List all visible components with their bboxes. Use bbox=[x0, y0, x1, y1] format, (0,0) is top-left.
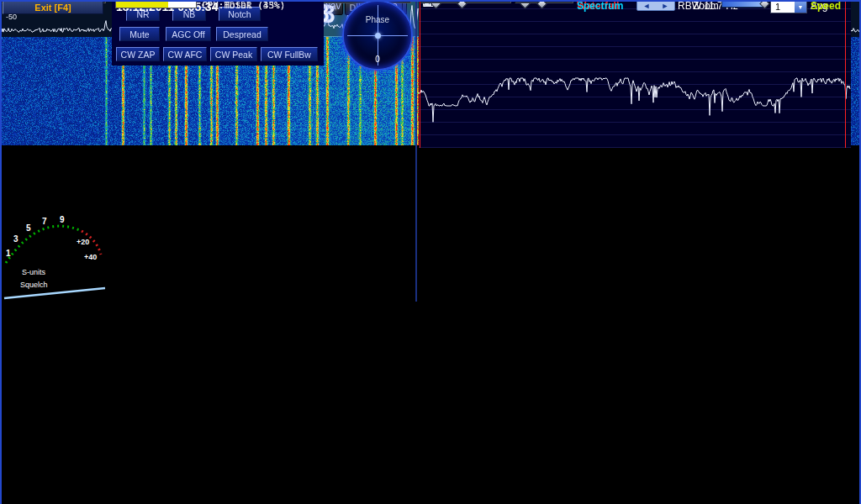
right-arrow-icon[interactable]: ► bbox=[662, 2, 669, 10]
meter-scale-label: +20 bbox=[77, 238, 89, 246]
phase-center-dot bbox=[375, 33, 381, 39]
speed-label-bottom: Speed bbox=[811, 0, 841, 12]
meter-needle bbox=[4, 288, 105, 298]
phase-value: 0 bbox=[344, 55, 411, 64]
exit-button[interactable]: Exit [F4] bbox=[3, 0, 103, 14]
panel-divider bbox=[415, 0, 417, 302]
despread-button[interactable]: Despread bbox=[216, 27, 268, 41]
window-border-left bbox=[0, 0, 2, 504]
meter-scale-label: 5 bbox=[26, 223, 31, 233]
audio-spectrum-display[interactable] bbox=[419, 0, 851, 148]
agc-button[interactable]: AGC Off bbox=[166, 27, 211, 41]
meter-scale-label: +40 bbox=[84, 253, 97, 261]
cw-zap-button[interactable]: CW ZAP bbox=[116, 47, 160, 61]
s-units-label: S-units bbox=[22, 268, 46, 276]
cw-fullbw-button[interactable]: CW FullBw bbox=[261, 47, 318, 61]
meter-scale-label: 1 bbox=[6, 249, 11, 258]
left-arrow-icon[interactable]: ◄ bbox=[643, 2, 651, 10]
avg-select-value: 1 bbox=[771, 1, 795, 13]
s-meter-green-arc bbox=[6, 226, 82, 263]
squelch-label: Squelch bbox=[20, 281, 48, 289]
zoom-label-bottom: Zoom bbox=[693, 0, 719, 12]
meter-scale-label: 9 bbox=[60, 215, 65, 224]
cw-peak-button[interactable]: CW Peak bbox=[210, 47, 257, 61]
meter-scale-label: 3 bbox=[13, 234, 18, 244]
hdsdr-window: 137000 137005 137010 137015 137020 13702… bbox=[0, 0, 861, 504]
cw-afc-button[interactable]: CW AFC bbox=[163, 47, 207, 61]
meter-scale-label: 7 bbox=[42, 217, 47, 226]
avg-select-bottom[interactable]: 1 ▼ bbox=[770, 0, 807, 13]
spectrum-tab-bottom[interactable]: Spectrum bbox=[577, 0, 623, 12]
dropdown-arrow-icon[interactable]: ▼ bbox=[795, 1, 806, 13]
cpu-total-bar-fill bbox=[116, 1, 168, 8]
window-border-bottom bbox=[0, 0, 861, 2]
s-meter: 1 3 5 7 9 +20 +40 S-units Squelch bbox=[1, 202, 108, 308]
phase-indicator: Phase 0 bbox=[342, 0, 413, 71]
mute-button[interactable]: Mute bbox=[119, 27, 160, 41]
phase-label: Phase bbox=[344, 15, 411, 24]
